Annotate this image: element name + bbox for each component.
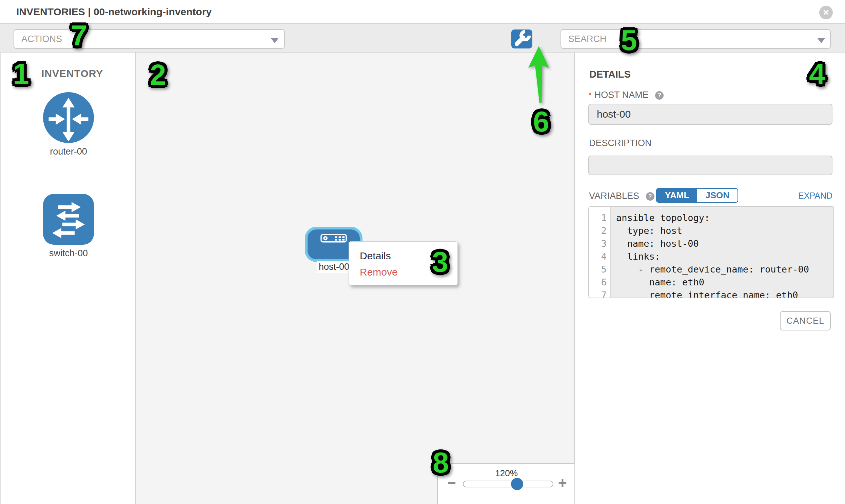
code-line: 5 - remote_device_name: router-00	[589, 263, 833, 275]
help-icon[interactable]: ?	[646, 192, 654, 201]
close-icon[interactable]: ✕	[819, 6, 833, 19]
host-icon	[320, 234, 347, 243]
router-icon	[43, 92, 94, 143]
page-title: INVENTORIES | 00-networking-inventory	[16, 0, 212, 24]
actions-dropdown[interactable]: ACTIONS	[14, 29, 285, 49]
zoom-slider-knob[interactable]	[511, 478, 523, 490]
device-label: switch-00	[1, 248, 136, 258]
description-label: DESCRIPTION	[589, 138, 652, 148]
chevron-down-icon	[817, 38, 825, 43]
expand-link[interactable]: EXPAND	[798, 191, 832, 201]
context-menu: Details Remove	[349, 241, 458, 285]
toggle-yaml[interactable]: YAML	[657, 189, 697, 202]
help-icon[interactable]: ?	[655, 91, 664, 100]
format-toggle: YAML JSON	[656, 188, 738, 203]
wrench-icon	[511, 30, 532, 49]
cancel-button[interactable]: CANCEL	[780, 311, 831, 330]
code-line: 3 name: host-00	[589, 237, 833, 250]
zoom-out-button[interactable]: −	[447, 475, 456, 490]
required-marker: *	[588, 90, 592, 100]
actions-dropdown-label: ACTIONS	[21, 34, 62, 44]
menu-item-remove[interactable]: Remove	[360, 264, 457, 280]
toolbar: ACTIONS SEARCH	[0, 24, 845, 53]
code-line: 2 type: host	[589, 224, 833, 237]
search-dropdown[interactable]: SEARCH	[561, 29, 831, 49]
zoom-widget: 120% − +	[437, 463, 575, 504]
variables-editor[interactable]: 1ansible_topology: 2 type: host 3 name: …	[588, 206, 834, 298]
menu-item-details[interactable]: Details	[360, 248, 457, 264]
search-dropdown-label: SEARCH	[568, 34, 606, 44]
zoom-level: 120%	[438, 468, 575, 479]
sidebar-title: INVENTORY	[41, 68, 103, 79]
sidebar-item-switch[interactable]: switch-00	[1, 194, 136, 258]
host-node-label: host-00	[317, 261, 351, 273]
description-field[interactable]	[588, 156, 832, 175]
switch-icon	[43, 194, 94, 245]
inventory-topology-window: INVENTORIES | 00-networking-inventory ✕ …	[0, 0, 845, 504]
device-label: router-00	[1, 146, 136, 157]
host-name-field[interactable]: host-00	[588, 104, 832, 125]
tools-button[interactable]	[511, 30, 532, 49]
host-name-label: * HOST NAME ?	[588, 90, 664, 100]
sidebar-item-router[interactable]: router-00	[1, 92, 136, 157]
toggle-json[interactable]: JSON	[697, 189, 738, 202]
chevron-down-icon	[270, 38, 279, 43]
header-bar: INVENTORIES | 00-networking-inventory ✕	[0, 0, 845, 24]
details-panel-title: DETAILS	[589, 69, 631, 80]
topology-canvas[interactable]: host-00 Details Remove 120% − +	[136, 53, 575, 504]
zoom-in-button[interactable]: +	[558, 475, 567, 490]
variables-label: VARIABLES ?	[589, 191, 654, 201]
code-line: 1ansible_topology:	[589, 211, 833, 224]
code-line: 7 remote_interface_name: eth0	[589, 288, 833, 298]
details-panel: DETAILS * HOST NAME ? host-00 DESCRIPTIO…	[576, 53, 845, 504]
code-line: 6 name: eth0	[589, 275, 833, 288]
zoom-slider-track[interactable]	[463, 481, 553, 487]
inventory-sidebar: INVENTORY router-00	[0, 53, 136, 504]
code-line: 4 links:	[589, 250, 833, 263]
